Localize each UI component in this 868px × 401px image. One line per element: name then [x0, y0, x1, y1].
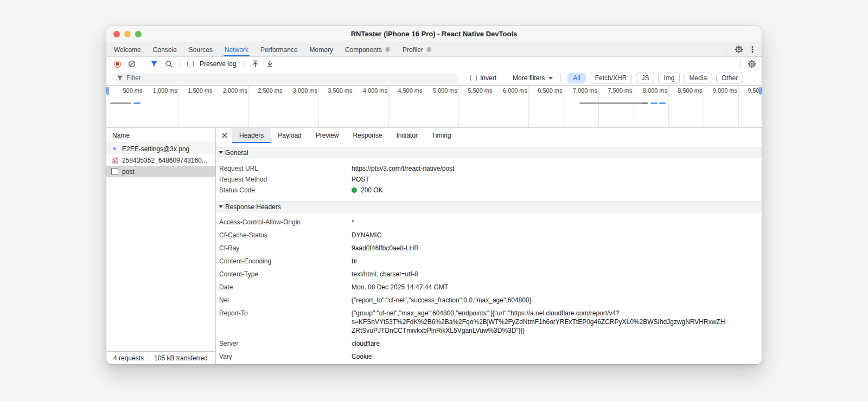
timeline-activity-dash	[659, 102, 666, 104]
preserve-log-checkbox[interactable]	[187, 61, 194, 67]
detail-tab[interactable]: Preview	[309, 128, 346, 143]
general-section-header[interactable]: General	[216, 147, 762, 158]
main-tab[interactable]: Profiler	[397, 42, 438, 56]
invert-label[interactable]: Invert	[480, 74, 496, 82]
import-har-icon[interactable]	[249, 58, 261, 70]
timeline-activity-bar	[110, 102, 131, 104]
header-name: Content-Type	[219, 270, 352, 279]
name-column-header[interactable]: Name	[106, 128, 215, 143]
divider	[180, 60, 180, 68]
filter-input[interactable]: Filter	[112, 73, 458, 83]
settings-gear-icon[interactable]	[735, 45, 743, 54]
request-type-pill[interactable]: All	[567, 73, 585, 83]
header-name: Content-Encoding	[219, 257, 352, 266]
detail-tab[interactable]: Timing	[425, 128, 458, 143]
main-tab[interactable]: Components	[339, 42, 397, 56]
clear-button[interactable]	[126, 58, 138, 70]
detail-tab-bar: Headers Payload Preview Response Initiat…	[216, 128, 762, 143]
filter-funnel-icon[interactable]	[148, 58, 160, 70]
main-tab-label: Console	[153, 46, 177, 54]
main-tab-bar: Welcome Console Sources Network	[106, 42, 762, 57]
search-icon[interactable]	[163, 58, 175, 70]
timeline-activity-dash	[650, 102, 657, 104]
more-menu-icon[interactable]	[749, 45, 756, 54]
detail-tab[interactable]: Response	[346, 128, 389, 143]
timeline-tick-label: 6,000 ms	[494, 86, 529, 127]
close-details-icon[interactable]	[217, 128, 232, 143]
main-tab[interactable]: Memory	[304, 42, 339, 56]
request-type-pill[interactable]: Fetch/XHR	[590, 73, 633, 83]
timeline-tick-label: 2,000 ms	[214, 86, 250, 127]
header-name: Request Method	[219, 175, 352, 184]
more-filters-dropdown[interactable]: More filters	[513, 74, 553, 82]
header-row: Server cloudflare	[216, 337, 762, 350]
main-tab-label: Performance	[260, 46, 298, 54]
header-value: br	[352, 257, 756, 266]
timeline-tick-label: 5,500 ms	[459, 86, 494, 127]
minimize-window-button[interactable]	[124, 31, 131, 37]
zoom-window-button[interactable]	[135, 31, 142, 37]
header-value: Cookie	[352, 352, 756, 361]
request-type-pills: All Fetch/XHR JS Img Media Other	[567, 73, 743, 83]
timeline-overview[interactable]: 500 ms 1,000 ms 1,500 ms 2,000 ms 2,500 …	[106, 86, 762, 128]
header-value: *	[352, 218, 756, 227]
header-value-text: text/html; charset=utf-8	[352, 270, 418, 278]
header-value-text: 9aad0f46ffbc0ae8-LHR	[352, 244, 419, 252]
request-type-pill[interactable]: Other	[716, 73, 743, 83]
header-value-text: 200 OK	[361, 186, 383, 194]
request-type-pill[interactable]: Img	[658, 73, 680, 83]
header-value: Mon, 08 Dec 2025 14:47:44 GMT	[352, 283, 756, 292]
invert-checkbox[interactable]	[470, 75, 477, 81]
network-settings-gear-icon[interactable]	[748, 60, 756, 68]
header-name: Access-Control-Allow-Origin	[219, 218, 352, 227]
header-name: Report-To	[219, 309, 352, 335]
react-atom-icon	[426, 47, 432, 53]
header-name: Date	[219, 283, 352, 292]
timeline-tick-label: 8,500 ms	[669, 86, 704, 127]
request-row[interactable]: 258435352_648609743160...	[106, 154, 215, 166]
request-row[interactable]: post	[106, 166, 215, 177]
main-tab-label: Sources	[189, 46, 213, 54]
request-name: 258435352_648609743160...	[122, 157, 207, 164]
divider	[560, 74, 561, 82]
timeline-right-handle[interactable]	[759, 87, 762, 95]
request-list: E2EE-settings@3x.png 258435352_648609743…	[106, 143, 215, 351]
timeline-tick-label: 8,000 ms	[634, 86, 669, 127]
title-bar: RNTester (iPhone 16 Pro) - React Native …	[106, 26, 762, 42]
header-name: Status Code	[219, 186, 352, 195]
request-row[interactable]: E2EE-settings@3x.png	[106, 143, 215, 154]
request-details-panel: Headers Payload Preview Response Initiat…	[216, 128, 762, 364]
main-tab-label: Network	[225, 46, 248, 54]
tab-bar-actions	[726, 42, 762, 56]
export-har-icon[interactable]	[264, 58, 276, 70]
header-name: Server	[219, 339, 352, 348]
header-row: Request URL https://ptsv3.com/t/react-na…	[216, 163, 762, 174]
detail-tabs: Headers Payload Preview Response Initiat…	[232, 128, 458, 143]
divider	[726, 45, 726, 54]
header-value-text: Mon, 08 Dec 2025 14:47:44 GMT	[352, 283, 448, 291]
request-type-pill[interactable]: Media	[684, 73, 712, 83]
main-tab[interactable]: Sources	[183, 42, 219, 56]
header-value-text: https://ptsv3.com/t/react-native/post	[352, 165, 454, 172]
close-window-button[interactable]	[113, 31, 120, 37]
detail-tab[interactable]: Payload	[271, 128, 308, 143]
record-button[interactable]	[114, 61, 121, 68]
timeline-activity-dash	[133, 102, 141, 104]
devtools-window: RNTester (iPhone 16 Pro) - React Native …	[106, 26, 762, 364]
response-headers-section-header[interactable]: Response Headers	[216, 201, 762, 212]
timeline-left-handle[interactable]	[106, 87, 109, 95]
header-value: 9aad0f46ffbc0ae8-LHR	[352, 244, 756, 253]
request-type-pill[interactable]: JS	[636, 73, 654, 83]
main-tab-label: Memory	[310, 46, 333, 54]
main-tab[interactable]: Network	[219, 42, 254, 56]
main-tab[interactable]: Console	[147, 42, 183, 56]
detail-tab[interactable]: Initiator	[389, 128, 424, 143]
divider	[149, 354, 149, 362]
main-tab[interactable]: Performance	[254, 42, 304, 56]
timeline-tick-label: 3,000 ms	[284, 86, 320, 127]
preserve-log-label[interactable]: Preserve log	[200, 60, 236, 68]
main-tab[interactable]: Welcome	[108, 42, 147, 56]
detail-tab[interactable]: Headers	[232, 128, 271, 143]
section-title: Response Headers	[225, 203, 281, 211]
header-row: Cf-Ray 9aad0f46ffbc0ae8-LHR	[216, 242, 762, 255]
